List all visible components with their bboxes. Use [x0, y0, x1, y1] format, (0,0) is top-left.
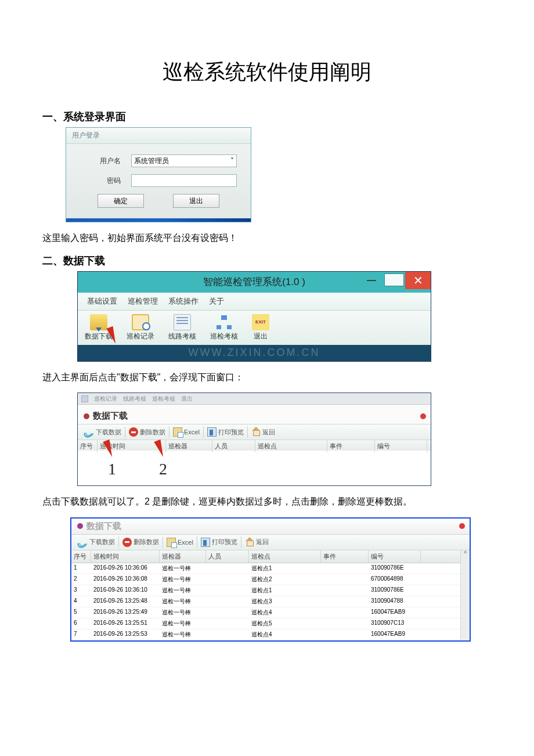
cell-seq: 3 [71, 585, 91, 596]
minimize-icon[interactable] [359, 272, 384, 289]
username-select[interactable]: 系统管理员 ˅ [131, 154, 237, 167]
tb-print-label-2: 打印预览 [212, 538, 237, 546]
cell-point: 巡检点1 [249, 585, 321, 596]
scroll-up-icon: ^ [461, 550, 470, 557]
cell-time: 2016-09-26 13:25:51 [91, 618, 160, 629]
cell-event [321, 563, 369, 574]
cell-time: 2016-09-26 10:36:08 [91, 574, 160, 585]
table-row[interactable]: 62016-09-26 13:25:51巡检一号棒巡检点53100907C13 [71, 618, 460, 629]
cell-dev: 巡检一号棒 [160, 607, 206, 618]
tb-download-data-2[interactable]: 下载数据 [74, 537, 119, 548]
section-2-heading: 二、数据下载 [42, 254, 492, 268]
signal-icon [77, 538, 88, 546]
tb-exit[interactable]: EXIT 退出 [252, 314, 269, 341]
main-window: 智能巡检管理系统(1.0 ) ✕ 基础设置 巡检管理 系统操作 关于 数据下载 … [77, 271, 431, 362]
col-device: 巡检器 [160, 550, 206, 563]
download-window-empty: 巡检记录 线路考核 巡检考核 退出 数据下载 下载数据 删除数据 Excel [77, 393, 431, 486]
section-2-text-2: 点击下载数据就可以了。2 是删除键，巡更棒内数据过多时，点击删除，删除巡更棒数据… [42, 494, 492, 509]
table-row[interactable]: 42016-09-26 13:25:48巡检一号棒巡检点33100904788 [71, 596, 460, 607]
cell-time: 2016-09-26 13:25:48 [91, 596, 160, 607]
tb-excel[interactable]: Excel [169, 426, 204, 438]
username-label: 用户名 [80, 156, 121, 166]
disabled-route: 线路考核 [123, 395, 146, 403]
main-toolbar: 数据下载 巡检记录 线路考核 巡检考核 EXIT 退出 [78, 311, 431, 345]
tb-route[interactable]: 线路考核 [168, 314, 196, 341]
table-row[interactable]: 32016-09-26 10:36:10巡检一号棒巡检点1310090786E [71, 585, 460, 596]
tb-record[interactable]: 巡检记录 [127, 314, 154, 341]
table-row[interactable]: 52016-09-26 13:25:49巡检一号棒巡检点4160047EAB9 [71, 607, 460, 618]
cell-time: 2016-09-26 13:25:49 [91, 607, 160, 618]
tb-back-2[interactable]: 返回 [241, 537, 272, 548]
cell-seq: 1 [71, 563, 91, 574]
main-window-titlebar: 智能巡检管理系统(1.0 ) ✕ [78, 272, 431, 293]
menu-about[interactable]: 关于 [209, 296, 224, 307]
tb-delete-data[interactable]: 删除数据 [125, 426, 169, 438]
cell-person [206, 596, 249, 607]
main-menu: 基础设置 巡检管理 系统操作 关于 [78, 293, 431, 311]
tb-back[interactable]: 返回 [248, 427, 279, 438]
watermark-strip: WWW.ZIXIN.COM.CN [78, 345, 431, 361]
record-icon [132, 314, 149, 330]
tb-back-label-2: 返回 [256, 538, 269, 546]
cell-person [206, 574, 249, 585]
cell-code: 6700064898 [369, 574, 421, 585]
document-title: 巡检系统软件使用阐明 [42, 58, 492, 87]
home-icon [245, 538, 254, 546]
tb-print-preview[interactable]: 打印预览 [204, 426, 248, 438]
tb-excel-label: Excel [184, 429, 200, 435]
password-input[interactable] [131, 174, 237, 187]
menu-inspection-mgmt[interactable]: 巡检管理 [128, 296, 158, 307]
cell-code: 3100904788 [369, 596, 421, 607]
disabled-exit: 退出 [181, 395, 193, 403]
table-row[interactable]: 72016-09-26 13:25:53巡检一号棒巡检点4160047EAB9 [71, 629, 460, 640]
download-window-populated: 数据下载 下载数据 删除数据 Excel 打印预览 返回 [70, 517, 471, 642]
cell-dev: 巡检一号棒 [160, 596, 206, 607]
scrollbar[interactable]: ^ [460, 550, 470, 640]
download-table-rows: 12016-09-26 10:36:06巡检一号棒巡检点1310090786E2… [71, 563, 460, 640]
disabled-record: 巡检记录 [94, 395, 117, 403]
red-dot-icon [84, 413, 89, 419]
minus-circle-icon [122, 538, 132, 547]
cell-event [321, 574, 369, 585]
tb-record-label: 巡检记录 [127, 332, 154, 341]
disabled-icon [81, 395, 88, 402]
table-row[interactable]: 22016-09-26 10:36:08巡检一号棒巡检点26700064898 [71, 574, 460, 585]
tb-download-data-label-2: 下载数据 [89, 538, 115, 546]
password-label: 密码 [80, 176, 121, 186]
cell-point: 巡检点3 [249, 596, 321, 607]
cell-dev: 巡检一号棒 [160, 629, 206, 640]
cell-event [321, 607, 369, 618]
menu-system-ops[interactable]: 系统操作 [168, 296, 199, 307]
cell-person [206, 618, 249, 629]
download-title: 数据下载 [78, 408, 431, 424]
col-code: 编号 [369, 550, 421, 563]
menu-basic-settings[interactable]: 基础设置 [87, 296, 117, 307]
download-title-grey: 数据下载 [71, 519, 470, 535]
close-icon[interactable]: ✕ [405, 272, 431, 289]
col-time: 巡检时间 [91, 550, 160, 563]
ok-button[interactable]: 确定 [98, 194, 144, 208]
exit-button[interactable]: 退出 [173, 194, 219, 208]
tb-print-label: 打印预览 [218, 428, 244, 437]
tb-print-preview-2[interactable]: 打印预览 [197, 537, 241, 548]
download-title-text: 数据下载 [93, 411, 128, 422]
cell-person [206, 607, 249, 618]
col-person: 人员 [206, 550, 249, 563]
print-preview-icon [207, 427, 217, 437]
tb-download-data[interactable]: 下载数据 [80, 427, 125, 438]
home-icon [251, 428, 261, 436]
table-row[interactable]: 12016-09-26 10:36:06巡检一号棒巡检点1310090786E [71, 563, 460, 574]
username-value: 系统管理员 [134, 156, 169, 166]
tb-check[interactable]: 巡检考核 [210, 314, 238, 341]
tb-delete-data-2[interactable]: 删除数据 [119, 537, 163, 548]
download-icon [90, 314, 107, 330]
tb-delete-data-label-2: 删除数据 [134, 538, 159, 546]
tb-excel-2[interactable]: Excel [163, 537, 197, 548]
cell-code: 160047EAB9 [369, 607, 421, 618]
cell-seq: 7 [71, 629, 91, 640]
maximize-icon[interactable] [384, 273, 404, 286]
cell-point: 巡检点1 [249, 563, 321, 574]
cell-seq: 6 [71, 618, 91, 629]
cell-event [321, 629, 369, 640]
download-toolbar: 下载数据 删除数据 Excel 打印预览 返回 [78, 424, 431, 440]
